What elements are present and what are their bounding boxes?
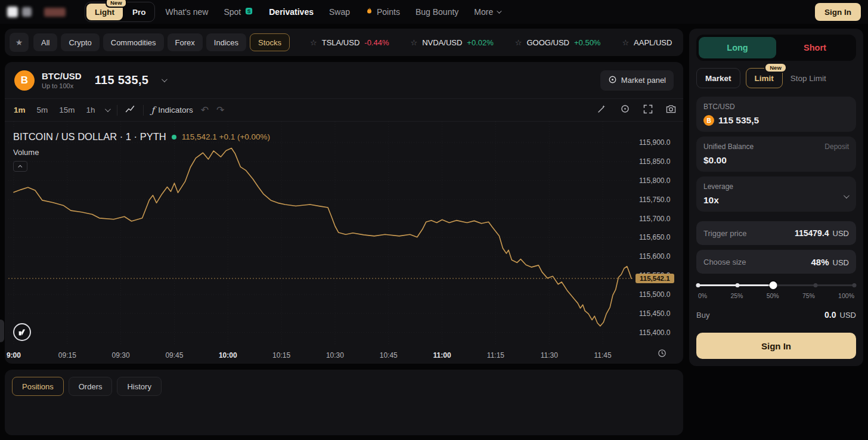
ticker-tsla-usd[interactable]: ☆TSLA/USD-0.44% — [310, 38, 389, 47]
tab-history[interactable]: History — [117, 377, 161, 396]
star-outline-icon[interactable]: ☆ — [411, 38, 418, 47]
category-tab-forex[interactable]: Forex — [168, 33, 203, 51]
size-slider: 0%25%50%75%100% — [696, 281, 856, 299]
slider-label: 25% — [730, 292, 743, 299]
chart-settings-icon[interactable] — [620, 104, 630, 116]
trigger-price-input[interactable]: Trigger price 115479.4 USD — [696, 221, 856, 245]
logo-block — [7, 7, 18, 17]
order-type-stop-limit[interactable]: Stop Limit — [788, 68, 829, 88]
watchlist-bar: ★ AllCryptoCommoditiesForexIndicesStocks… — [5, 29, 683, 56]
spot-coin-icon: S — [244, 7, 253, 17]
instrument-header: B BTC/USD Up to 100x 115 535,5 Market pa… — [5, 62, 683, 99]
nav-link-label: What's new — [166, 7, 209, 17]
instrument-leverage-note: Up to 100x — [42, 82, 82, 89]
camera-icon[interactable] — [666, 104, 676, 116]
limit-label: Limit — [755, 74, 774, 83]
order-type-market[interactable]: Market — [696, 68, 740, 88]
slider-tick-100[interactable] — [852, 283, 857, 287]
slider-label: 75% — [802, 292, 815, 299]
timeframe-5m[interactable]: 5m — [35, 106, 50, 114]
ticker-aapl-usd[interactable]: ☆AAPL/USD — [622, 38, 672, 47]
timeframe-1h[interactable]: 1h — [85, 106, 97, 114]
nav-link-swap[interactable]: Swap — [329, 7, 350, 17]
app-logo[interactable] — [7, 7, 66, 17]
left-panel-handle[interactable] — [0, 320, 4, 342]
time-axis-label: 11:00 — [433, 351, 451, 360]
timeframe-15m[interactable]: 15m — [57, 106, 76, 114]
price-axis-label: 115,400.0 — [639, 329, 671, 337]
panel-sign-in-button[interactable]: Sign In — [696, 333, 856, 359]
chart-style-button[interactable] — [125, 104, 135, 116]
ticker-change: +0.02% — [467, 38, 493, 47]
star-icon: ★ — [16, 38, 23, 47]
price-plot[interactable] — [8, 122, 633, 346]
last-price-badge: 115,542.1 — [636, 274, 674, 283]
slider-tick-25[interactable] — [735, 283, 739, 287]
timeframe-dropdown-icon[interactable] — [105, 106, 111, 112]
size-label: Choose size — [703, 258, 746, 267]
trigger-price-value: 115479.4 — [795, 228, 829, 238]
slider-track[interactable] — [698, 281, 854, 289]
magic-edit-icon[interactable] — [597, 104, 607, 116]
nav-link-points[interactable]: Points — [365, 7, 400, 17]
deposit-button[interactable]: Deposit — [824, 142, 849, 151]
category-tab-commodities[interactable]: Commodities — [103, 33, 164, 51]
category-tab-indices[interactable]: Indices — [206, 33, 246, 51]
favorites-button[interactable]: ★ — [10, 33, 29, 52]
slider-knob[interactable] — [769, 281, 777, 289]
tradingview-logo[interactable] — [13, 323, 31, 341]
ticker-symbol: GOOG/USD — [526, 38, 569, 47]
pro-mode-button[interactable]: Pro — [124, 8, 154, 17]
category-tab-stocks[interactable]: Stocks — [250, 33, 290, 51]
undo-icon[interactable]: ↶ — [201, 104, 209, 116]
price-axis[interactable]: 115,900.0115,850.0115,800.0115,750.0115,… — [633, 122, 683, 346]
nav-link-bug-bounty[interactable]: Bug Bounty — [416, 7, 458, 17]
timeframe-group: 1m5m15m1h — [12, 106, 97, 114]
market-panel-button[interactable]: Market panel — [600, 70, 674, 91]
symbol-card[interactable]: BTC/USD B 115 535,5 — [696, 97, 856, 132]
balance-card: Unified Balance Deposit $0.00 — [696, 137, 856, 172]
time-axis-label: 10:00 — [219, 351, 237, 360]
nav-link-more[interactable]: More — [474, 7, 500, 17]
price-axis-label: 115,900.0 — [639, 138, 671, 147]
clock-icon[interactable] — [658, 349, 666, 360]
ticker-nvda-usd[interactable]: ☆NVDA/USD+0.02% — [411, 38, 494, 47]
star-outline-icon[interactable]: ☆ — [310, 38, 317, 47]
tab-orders[interactable]: Orders — [69, 377, 113, 396]
short-tab[interactable]: Short — [776, 37, 854, 58]
order-type-tabs: Market Limit New Stop Limit — [696, 68, 856, 88]
nav-link-label: Derivatives — [269, 7, 314, 17]
category-tab-crypto[interactable]: Crypto — [61, 33, 99, 51]
redo-icon[interactable]: ↷ — [216, 104, 224, 116]
star-outline-icon[interactable]: ☆ — [622, 38, 629, 47]
time-axis[interactable]: 9:0009:1509:3009:4510:0010:1510:3010:451… — [8, 346, 633, 364]
chart-area[interactable]: BITCOIN / US DOLLAR · 1 · PYTH 115,542.1… — [5, 122, 683, 364]
market-panel-label: Market panel — [621, 76, 666, 85]
order-type-limit[interactable]: Limit New — [746, 68, 783, 88]
price-axis-label: 115,850.0 — [639, 157, 671, 166]
star-outline-icon[interactable]: ☆ — [515, 38, 522, 47]
nav-link-spot[interactable]: SpotS — [224, 7, 253, 17]
chart-toolbar: 1m5m15m1h ƒ Indicators ↶ ↷ — [5, 99, 683, 122]
instrument-info[interactable]: BTC/USD Up to 100x — [42, 71, 82, 89]
nav-link-what-s-new[interactable]: What's new — [166, 7, 209, 17]
slider-tick-0[interactable] — [696, 283, 700, 287]
indicators-button[interactable]: ƒ Indicators — [151, 105, 193, 116]
leverage-selector[interactable]: Leverage 10x — [696, 176, 856, 212]
fullscreen-icon[interactable] — [643, 104, 653, 116]
chart-legend: BITCOIN / US DOLLAR · 1 · PYTH 115,542.1… — [13, 131, 270, 142]
nav-link-derivatives[interactable]: Derivatives — [269, 7, 314, 17]
slider-tick-75[interactable] — [813, 283, 817, 287]
balance-value: $0.00 — [703, 155, 727, 166]
volume-collapse-button[interactable] — [13, 161, 27, 172]
chevron-down-icon[interactable] — [162, 76, 168, 82]
tab-positions[interactable]: Positions — [12, 377, 64, 396]
timeframe-1m[interactable]: 1m — [12, 106, 27, 114]
sign-in-button[interactable]: Sign In — [815, 3, 861, 21]
size-input[interactable]: Choose size 48% USD — [696, 250, 856, 274]
nav-links: What's newSpotSDerivativesSwapPointsBug … — [166, 7, 501, 17]
ticker-goog-usd[interactable]: ☆GOOG/USD+0.50% — [515, 38, 601, 47]
buy-unit: USD — [840, 311, 856, 320]
category-tab-all[interactable]: All — [33, 33, 57, 51]
long-tab[interactable]: Long — [699, 37, 776, 58]
